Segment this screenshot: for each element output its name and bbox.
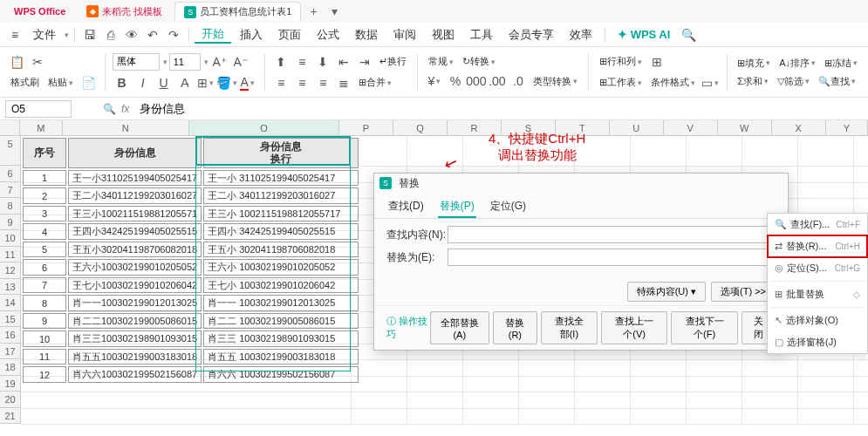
fill-btn[interactable]: ⊞ 填充▾ <box>734 55 774 72</box>
save-icon[interactable]: 🖫 <box>80 25 99 44</box>
align-left-icon[interactable]: ≡ <box>271 73 290 92</box>
number-format[interactable]: 常规▾ <box>425 53 457 70</box>
ctx-select-obj[interactable]: ↖选择对象(O) <box>768 310 867 331</box>
col-t[interactable]: T <box>556 120 610 135</box>
col-q[interactable]: Q <box>393 120 448 135</box>
copy-icon[interactable]: 📄 <box>79 73 98 92</box>
menu-tools[interactable]: 工具 <box>463 27 500 43</box>
table-row[interactable]: 7王七小100302199010206042王七小 10030219901020… <box>23 277 359 294</box>
template-tab[interactable]: ◆来稻壳 找模板 <box>78 2 171 21</box>
row-8[interactable]: 8 <box>0 198 20 215</box>
font-decrease-icon[interactable]: A⁻ <box>231 52 250 72</box>
select-all-corner[interactable] <box>0 120 20 135</box>
row-14[interactable]: 14 <box>0 295 20 311</box>
indent-inc-icon[interactable]: ⇥ <box>355 52 374 72</box>
menu-insert[interactable]: 插入 <box>233 27 270 43</box>
tab-menu[interactable]: ▾ <box>326 4 343 18</box>
row-12[interactable]: 12 <box>0 262 20 279</box>
percent-icon[interactable]: % <box>446 72 465 91</box>
row-19[interactable]: 19 <box>0 376 20 392</box>
doc-tab[interactable]: S员工资料信息统计表1 <box>174 2 301 21</box>
table-row[interactable]: 6王六小100302199010205052王六小 10030219901020… <box>23 259 359 276</box>
merge-btn[interactable]: ⊞ 合并▾ <box>355 74 395 91</box>
col-u[interactable]: U <box>610 120 664 135</box>
tips-link[interactable]: ⓘ 操作技巧 <box>386 315 430 341</box>
redo-icon[interactable]: ↷ <box>164 25 183 44</box>
ctx-goto[interactable]: ◎定位(S)...Ctrl+G <box>768 257 867 279</box>
table-row[interactable]: 9肖二二100302199005086015肖二二 10030219900508… <box>23 313 359 330</box>
find-next-btn[interactable]: 查找下一个(F) <box>671 311 737 344</box>
bold-icon[interactable]: B <box>113 73 132 92</box>
row-17[interactable]: 17 <box>0 344 20 360</box>
align-center-icon[interactable]: ≡ <box>292 73 311 92</box>
preview-icon[interactable]: 👁 <box>122 25 141 44</box>
find-input[interactable] <box>448 226 776 243</box>
menu-view[interactable]: 视图 <box>425 27 461 43</box>
ctx-select-pane[interactable]: ▢选择窗格(J) <box>768 331 867 353</box>
col-m[interactable]: M <box>20 120 62 135</box>
menu-formula[interactable]: 公式 <box>310 27 346 43</box>
row-16[interactable]: 16 <box>0 327 20 344</box>
formula-input[interactable] <box>134 102 863 115</box>
font-increase-icon[interactable]: A⁺ <box>210 52 229 72</box>
menu-start[interactable]: 开始 <box>195 26 231 44</box>
cut-icon[interactable]: ✂ <box>28 52 47 72</box>
row-21[interactable]: 21 <box>0 408 20 425</box>
worksheet-btn[interactable]: ⊞ 工作表▾ <box>596 74 646 91</box>
name-box[interactable] <box>5 100 72 118</box>
tab-replace[interactable]: 替换(P) <box>438 196 476 218</box>
undo-icon[interactable]: ↶ <box>143 25 162 44</box>
col-w[interactable]: W <box>718 120 772 135</box>
menu-ai[interactable]: ✦ WPS AI <box>611 28 677 41</box>
filter-btn[interactable]: ▽ 筛选▾ <box>774 73 813 90</box>
row-13[interactable]: 13 <box>0 279 20 296</box>
align-bot-icon[interactable]: ⬇ <box>313 52 332 72</box>
replace-one-btn[interactable]: 替换(R) <box>493 311 537 344</box>
table-row[interactable]: 11肖五五100302199003183018肖五五 1003021990031… <box>23 349 359 365</box>
align-right-icon[interactable]: ≡ <box>313 73 332 92</box>
fill-color-icon[interactable]: 🪣▾ <box>217 73 236 92</box>
col-v[interactable]: V <box>664 120 718 135</box>
row-18[interactable]: 18 <box>0 359 20 376</box>
search-icon[interactable]: 🔍 <box>679 25 698 44</box>
row-7[interactable]: 7 <box>0 182 20 199</box>
ctx-replace[interactable]: ⇄替换(R)...Ctrl+H <box>768 235 867 257</box>
table-row[interactable]: 3王三小100211519881205571王三小 10021151988120… <box>23 206 359 222</box>
table-row[interactable]: 2王二小340112199203016027王二小 34011219920301… <box>23 187 359 204</box>
hamburger-icon[interactable]: ≡ <box>5 25 24 44</box>
table-row[interactable]: 10肖三三100302198901093015肖三三 1003021989010… <box>23 330 359 347</box>
col-r[interactable]: R <box>448 120 502 135</box>
type-btn[interactable]: 类型转换▾ <box>530 73 581 90</box>
print-icon[interactable]: ⎙ <box>101 25 120 44</box>
freeze-btn[interactable]: ⊞ 冻结▾ <box>821 55 861 72</box>
dec-inc-icon[interactable]: .00 <box>488 72 507 91</box>
replace-input[interactable] <box>448 249 776 266</box>
menu-data[interactable]: 数据 <box>348 27 385 43</box>
paste-icon[interactable]: 📋 <box>7 52 26 72</box>
align-mid-icon[interactable]: ≡ <box>292 52 311 72</box>
find-btn[interactable]: 🔍 查找▾ <box>815 73 859 90</box>
sort-btn[interactable]: A↓ 排序▾ <box>776 55 819 72</box>
col-s[interactable]: S <box>502 120 556 135</box>
font-size-select[interactable] <box>169 53 201 71</box>
table-row[interactable]: 1王一小311025199405025417王一小 31102519940502… <box>23 170 359 187</box>
menu-review[interactable]: 审阅 <box>386 27 423 43</box>
menu-page[interactable]: 页面 <box>271 27 308 43</box>
row-9[interactable]: 9 <box>0 215 20 231</box>
align-top-icon[interactable]: ⬆ <box>271 52 290 72</box>
table-row[interactable]: 12肖六六100302199502156087肖六六 1003021995021… <box>23 366 359 383</box>
special-btn[interactable]: 特殊内容(U) ▾ <box>627 282 706 302</box>
paste-btn[interactable]: 粘贴▾ <box>44 74 77 91</box>
tab-goto[interactable]: 定位(G) <box>489 196 528 218</box>
justify-icon[interactable]: ≣ <box>334 73 353 92</box>
table-row[interactable]: 8肖一一100302199012013025肖一一 10030219901201… <box>23 295 359 311</box>
wrap-btn[interactable]: ↵ 换行 <box>376 53 410 70</box>
col-x[interactable]: X <box>772 120 826 135</box>
row-5[interactable]: 5 <box>0 136 20 166</box>
italic-icon[interactable]: I <box>133 73 153 92</box>
menu-member[interactable]: 会员专享 <box>502 27 561 43</box>
cond-format-btn[interactable]: 条件格式▾ <box>647 74 699 91</box>
replace-all-btn[interactable]: 全部替换(A) <box>430 311 489 344</box>
col-o[interactable]: O <box>189 120 339 135</box>
format-painter[interactable]: 格式刷 <box>7 74 43 91</box>
